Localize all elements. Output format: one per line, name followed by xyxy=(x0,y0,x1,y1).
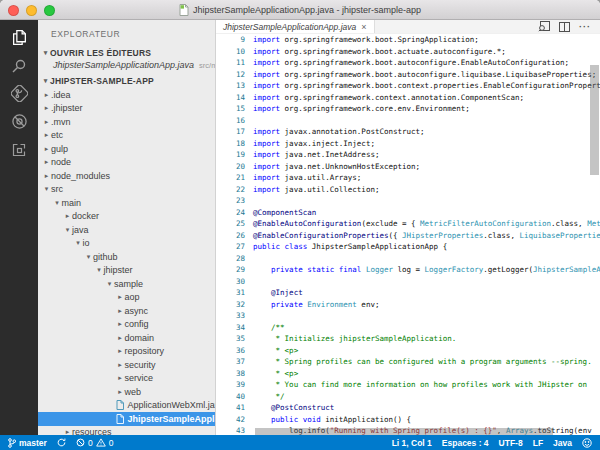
tree-folder-jhipster[interactable]: ▾jhipster xyxy=(38,264,215,278)
code-line[interactable]: 15import org.springframework.core.env.En… xyxy=(216,103,600,115)
tree-folder-sample[interactable]: ▾sample xyxy=(38,277,215,291)
language-indicator[interactable]: Java xyxy=(553,438,572,448)
sync-button[interactable] xyxy=(57,438,66,447)
git-branch-icon xyxy=(8,438,16,448)
tree-folder--jhipster[interactable]: ▸.jhipster xyxy=(38,102,215,116)
minimize-button[interactable] xyxy=(26,5,37,16)
tree-file-jhipstersampleapplicationapp-java[interactable]: JhipsterSampleApplicationApp.java xyxy=(38,412,215,426)
tree-folder-async[interactable]: ▸async xyxy=(38,304,215,318)
zoom-button[interactable] xyxy=(44,5,55,16)
encoding-indicator[interactable]: UTF-8 xyxy=(499,438,523,448)
problems-indicator[interactable]: 0 0 xyxy=(76,438,113,448)
horizontal-scrollbar[interactable] xyxy=(255,428,553,435)
tree-folder-github[interactable]: ▾github xyxy=(38,250,215,264)
code-line[interactable]: 11import org.springframework.boot.autoco… xyxy=(216,57,600,69)
code-line[interactable]: 35 * Initializes jhipsterSampleApplicati… xyxy=(216,333,600,345)
code-line[interactable]: 21import java.util.Arrays; xyxy=(216,172,600,184)
tree-folder-web[interactable]: ▸web xyxy=(38,385,215,399)
code-line[interactable]: 33 xyxy=(216,310,600,322)
code-line[interactable]: 39 * You can find more information on ho… xyxy=(216,379,600,391)
code-line[interactable]: 27public class JhipsterSampleApplication… xyxy=(216,241,600,253)
indentation-indicator[interactable]: Espaces : 4 xyxy=(442,438,489,448)
explorer-icon[interactable] xyxy=(7,27,31,48)
code-line[interactable]: 32 private Environment env; xyxy=(216,299,600,311)
debug-icon[interactable] xyxy=(7,111,31,132)
close-button[interactable] xyxy=(8,5,19,16)
open-editor-item[interactable]: JhipsterSampleApplicationApp.java src/m.… xyxy=(38,60,215,74)
code-line[interactable]: 24@ComponentScan xyxy=(216,207,600,219)
code-line[interactable]: 16 xyxy=(216,115,600,127)
tree-folder-etc[interactable]: ▸etc xyxy=(38,129,215,143)
code-line[interactable]: 9import org.springframework.boot.SpringA… xyxy=(216,34,600,46)
code-line[interactable]: 28 xyxy=(216,253,600,265)
tree-folder-repository[interactable]: ▸repository xyxy=(38,345,215,359)
line-number: 15 xyxy=(216,103,253,115)
code-line[interactable]: 12import org.springframework.boot.autoco… xyxy=(216,69,600,81)
code-line[interactable]: 13import org.springframework.boot.contex… xyxy=(216,80,600,92)
feedback-smiley-icon[interactable] xyxy=(582,438,592,448)
code-line[interactable]: 29 private static final Logger log = Log… xyxy=(216,264,600,276)
tree-folder-src[interactable]: ▾src xyxy=(38,183,215,197)
code-line[interactable]: 41 @PostConstruct xyxy=(216,402,600,414)
tree-folder--mvn[interactable]: ▸.mvn xyxy=(38,115,215,129)
code-line[interactable]: 38 * <p> xyxy=(216,368,600,380)
code-line[interactable]: 19import java.net.InetAddress; xyxy=(216,149,600,161)
open-editors-header[interactable]: ▾ OUVRIR LES ÉDITEURS xyxy=(38,46,215,60)
line-number: 31 xyxy=(216,287,253,299)
code-line[interactable]: 40 */ xyxy=(216,391,600,403)
eol-indicator[interactable]: LF xyxy=(533,438,543,448)
code-line[interactable]: 31 @Inject xyxy=(216,287,600,299)
split-editor-icon[interactable] xyxy=(559,18,570,36)
source-control-icon[interactable] xyxy=(7,83,31,104)
code-line[interactable]: 17import javax.annotation.PostConstruct; xyxy=(216,126,600,138)
code-line[interactable]: 20import java.net.UnknownHostException; xyxy=(216,161,600,173)
open-preview-icon[interactable] xyxy=(538,18,550,36)
tree-folder-aop[interactable]: ▸aop xyxy=(38,291,215,305)
tree-folder-node[interactable]: ▸node xyxy=(38,156,215,170)
cursor-position[interactable]: Li 1, Col 1 xyxy=(392,438,432,448)
code-line[interactable]: 22import java.util.Collection; xyxy=(216,184,600,196)
tree-folder-node-modules[interactable]: ▸node_modules xyxy=(38,169,215,183)
folder-section-header[interactable]: ▾ JHIPSTER-SAMPLE-APP xyxy=(38,74,215,88)
code-line[interactable]: 18import javax.inject.Inject; xyxy=(216,138,600,150)
tab-jhipster-sample-application-app[interactable]: JhipsterSampleApplicationApp.java × xyxy=(216,20,375,33)
tree-folder--idea[interactable]: ▸.idea xyxy=(38,88,215,102)
tree-folder-domain[interactable]: ▸domain xyxy=(38,331,215,345)
tree-folder-java[interactable]: ▾java xyxy=(38,223,215,237)
close-icon[interactable]: × xyxy=(361,23,366,31)
tree-folder-gulp[interactable]: ▸gulp xyxy=(38,142,215,156)
tree-file-applicationwebxml-java[interactable]: ApplicationWebXml.java xyxy=(38,399,215,413)
code-line[interactable]: 42 public void initApplication() { xyxy=(216,414,600,426)
tree-folder-service[interactable]: ▸service xyxy=(38,372,215,386)
line-number: 16 xyxy=(216,115,253,127)
code-line[interactable]: 37 * Spring profiles can be configured w… xyxy=(216,356,600,368)
more-actions-icon[interactable]: ··· xyxy=(579,25,591,29)
code-line[interactable]: 25@EnableAutoConfiguration(exclude = { M… xyxy=(216,218,600,230)
tree-folder-config[interactable]: ▸config xyxy=(38,318,215,332)
code-line[interactable]: 10import org.springframework.boot.actuat… xyxy=(216,46,600,58)
tree-folder-resources[interactable]: ▸resources xyxy=(38,426,215,436)
code-line[interactable]: 14import org.springframework.context.ann… xyxy=(216,92,600,104)
vertical-scrollbar[interactable] xyxy=(590,65,599,175)
tree-folder-main[interactable]: ▾main xyxy=(38,196,215,210)
code-line[interactable]: 34 /** xyxy=(216,322,600,334)
chevron-down-icon: ▾ xyxy=(42,185,51,193)
tree-item-label: repository xyxy=(125,346,165,356)
tree-item-label: resources xyxy=(72,427,112,435)
tree-folder-security[interactable]: ▸security xyxy=(38,358,215,372)
code-line[interactable]: 30 xyxy=(216,276,600,288)
tree-item-label: io xyxy=(83,238,90,248)
search-icon[interactable] xyxy=(7,55,31,76)
tree-folder-io[interactable]: ▾io xyxy=(38,237,215,251)
chevron-right-icon: ▸ xyxy=(116,374,125,382)
code-line[interactable]: 26@EnableConfigurationProperties({ JHips… xyxy=(216,230,600,242)
window-title: JhipsterSampleApplicationApp.java - jhip… xyxy=(193,5,421,15)
chevron-right-icon: ▸ xyxy=(42,104,51,112)
code-line[interactable]: 23 xyxy=(216,195,600,207)
tree-folder-docker[interactable]: ▸docker xyxy=(38,210,215,224)
tree-item-label: .idea xyxy=(51,90,71,100)
git-branch-indicator[interactable]: master xyxy=(8,438,47,448)
code-area[interactable]: 9import org.springframework.boot.SpringA… xyxy=(216,34,600,435)
extensions-icon[interactable] xyxy=(7,139,31,160)
code-line[interactable]: 36 * <p> xyxy=(216,345,600,357)
